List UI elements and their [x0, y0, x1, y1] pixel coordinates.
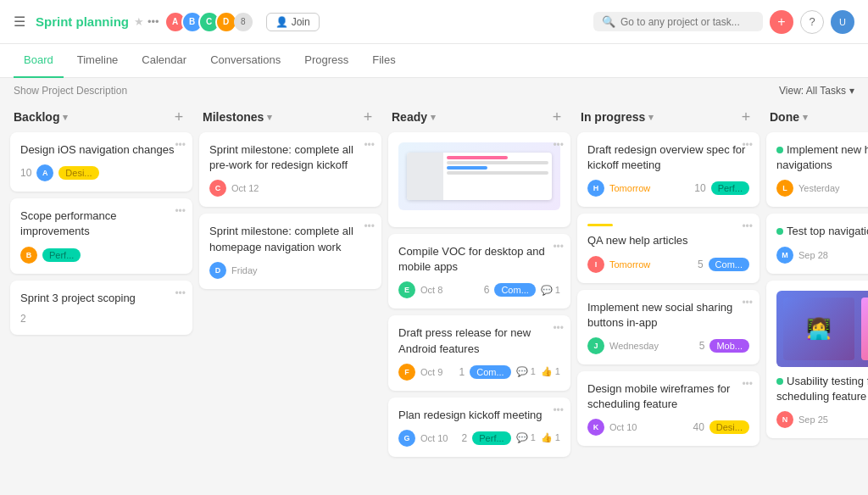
tab-conversations[interactable]: Conversations [200, 44, 291, 78]
card-menu-icon[interactable]: ••• [553, 241, 564, 253]
status-dot [776, 228, 783, 235]
tab-calendar[interactable]: Calendar [131, 44, 197, 78]
tab-files[interactable]: Files [362, 44, 405, 78]
column-ready: Ready ▾ + ••• [388, 100, 570, 480]
card-menu-icon[interactable]: ••• [742, 220, 753, 232]
assignee-avatar: C [209, 180, 226, 197]
comment-count: 💬 1 [541, 285, 560, 296]
add-card-backlog[interactable]: + [169, 107, 189, 127]
chevron-down-icon: ▾ [648, 112, 654, 123]
card-meta: C Oct 12 [209, 180, 371, 197]
card-meta: D Friday [209, 262, 371, 279]
assignee-avatar: I [587, 256, 604, 273]
card-number: 10 [694, 182, 705, 194]
card-meta: J Wednesday 5 Mob... [587, 337, 749, 354]
card-menu-icon[interactable]: ••• [175, 287, 186, 299]
card-tag: Mob... [709, 339, 749, 353]
card-title: Scope performance improvements [20, 209, 182, 239]
more-icon[interactable]: ••• [147, 15, 159, 28]
card-tag: Perf... [711, 181, 749, 195]
card-title: Design mobile wireframes for scheduling … [587, 381, 749, 412]
card-number: 5 [699, 340, 705, 352]
card-draft-press-release[interactable]: ••• Draft press release for new Android … [388, 315, 570, 390]
card-menu-icon[interactable]: ••• [742, 139, 753, 151]
add-card-ready[interactable]: + [547, 107, 567, 127]
card-implement-homepage[interactable]: ••• Implement new homepage navigations L… [766, 132, 868, 207]
card-qa-help-articles[interactable]: ••• QA new help articles I Tomorrow 5 Co… [577, 214, 760, 282]
card-plan-kickoff[interactable]: ••• Plan redesign kickoff meeting G Oct … [388, 398, 570, 457]
card-image: 👩‍💻 👩 [776, 291, 868, 367]
card-number: 5 [698, 259, 704, 270]
view-all-tasks[interactable]: View: All Tasks ▾ [779, 85, 854, 97]
card-milestone-homepage[interactable]: ••• Sprint milestone: complete all homep… [199, 214, 381, 288]
card-scope-performance[interactable]: ••• Scope performance improvements B Per… [10, 198, 192, 273]
card-menu-icon[interactable]: ••• [553, 404, 564, 416]
star-icon[interactable]: ★ [134, 15, 144, 28]
status-dot [776, 378, 783, 385]
assignee-avatar: H [587, 180, 604, 197]
card-meta: G Oct 10 2 Perf... 💬 1 👍 1 [398, 430, 560, 447]
tab-progress[interactable]: Progress [294, 44, 359, 78]
card-menu-icon[interactable]: ••• [364, 139, 375, 151]
card-menu-icon[interactable]: ••• [553, 322, 564, 334]
card-meta: M Sep 28 2 Desi... [776, 247, 868, 264]
search-input[interactable] [620, 16, 754, 28]
card-social-sharing[interactable]: ••• Implement new social sharing buttons… [577, 290, 760, 364]
user-avatar[interactable]: U [831, 10, 854, 34]
assignee-avatar: L [776, 180, 793, 197]
card-sprint3-scoping[interactable]: ••• Sprint 3 project scoping 2 [10, 281, 192, 335]
chevron-down-icon: ▾ [267, 112, 272, 123]
card-number: 40 [693, 421, 704, 433]
card-milestone-pre-work[interactable]: ••• Sprint milestone: complete all pre-w… [199, 132, 381, 207]
avatar-group: A B C D 8 [170, 11, 253, 33]
tab-board[interactable]: Board [14, 44, 64, 78]
card-menu-icon[interactable]: ••• [553, 139, 564, 151]
card-meta: H Tomorrow 10 Perf... [587, 180, 749, 197]
assignee-avatar: B [20, 247, 37, 264]
add-card-inprogress[interactable]: + [736, 107, 756, 127]
menu-icon[interactable]: ☰ [14, 14, 25, 30]
card-meta: E Oct 8 6 Com... 💬 1 [398, 281, 560, 298]
card-date: Tomorrow [609, 183, 650, 193]
show-description-link[interactable]: Show Project Description [14, 85, 127, 97]
card-compile-voc[interactable]: ••• Compile VOC for desktop and mobile a… [388, 234, 570, 309]
avatar-count: 8 [234, 13, 253, 31]
card-image-preview[interactable]: ••• [388, 132, 570, 227]
help-button[interactable]: ? [800, 10, 824, 34]
column-header-done: Done ▾ + [766, 100, 868, 132]
card-menu-icon[interactable]: ••• [175, 139, 186, 151]
assignee-avatar: F [398, 364, 415, 381]
card-draft-redesign[interactable]: ••• Draft redesign overview spec for kic… [577, 132, 760, 207]
card-menu-icon[interactable]: ••• [742, 297, 753, 309]
chevron-down-icon: ▾ [849, 85, 854, 97]
card-title: Sprint 3 project scoping [20, 291, 182, 306]
tab-timeline[interactable]: Timeline [67, 44, 129, 78]
card-menu-icon[interactable]: ••• [742, 378, 753, 390]
card-title: Implement new social sharing buttons in-… [587, 300, 749, 331]
column-done: Done ▾ + ••• Implement new homepage navi… [766, 100, 868, 480]
card-usability-testing[interactable]: ••• 👩‍💻 👩 Usability testing for new sche… [766, 281, 868, 438]
search-bar[interactable]: 🔍 [593, 12, 763, 31]
add-card-milestones[interactable]: + [358, 107, 378, 127]
status-dot [776, 147, 783, 153]
chevron-down-icon: ▾ [431, 112, 436, 123]
card-date: Sep 28 [798, 250, 828, 260]
card-title: Sprint milestone: complete all pre-work … [209, 142, 371, 173]
assignee-avatar: A [36, 164, 53, 181]
assignee-avatar: J [587, 337, 604, 354]
card-title: Usability testing for new scheduling fea… [776, 374, 868, 404]
add-button[interactable]: + [770, 10, 793, 34]
assignee-avatar: N [776, 411, 793, 428]
join-button[interactable]: 👤 Join [266, 13, 320, 31]
card-menu-icon[interactable]: ••• [364, 220, 375, 232]
card-tag: Perf... [42, 248, 81, 262]
column-backlog: Backlog ▾ + ••• Design iOS navigation ch… [10, 100, 192, 480]
card-date: Oct 12 [231, 183, 259, 193]
card-test-top-navigations[interactable]: ••• Test top navigations M Sep 28 2 Desi… [766, 214, 868, 273]
card-mobile-wireframes[interactable]: ••• Design mobile wireframes for schedul… [577, 371, 760, 446]
card-image [398, 142, 560, 210]
card-meta: K Oct 10 40 Desi... [587, 419, 749, 436]
card-tag: Com... [709, 258, 749, 271]
card-menu-icon[interactable]: ••• [175, 205, 186, 217]
card-design-ios[interactable]: ••• Design iOS navigation changes 10 A D… [10, 132, 192, 192]
